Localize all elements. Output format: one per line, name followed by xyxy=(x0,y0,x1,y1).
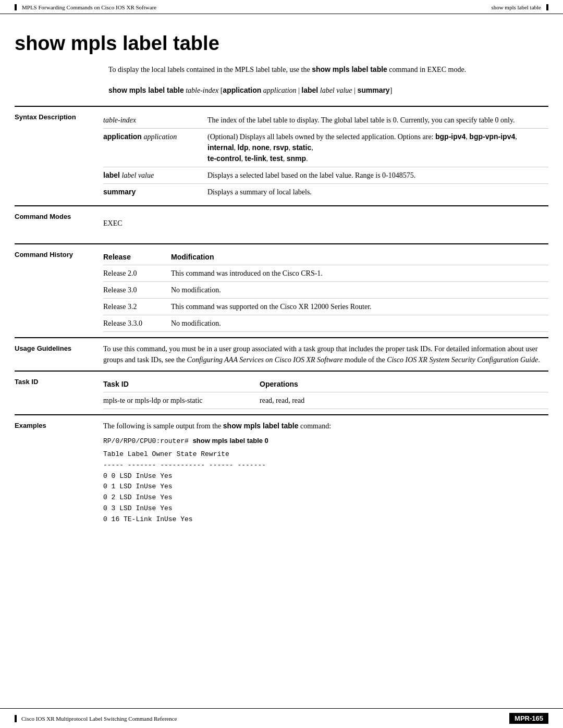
examples-table-divider: ----- ------- ----------- ------ ------- xyxy=(103,460,548,471)
example-row: 0 2 LSD InUse Yes xyxy=(103,492,548,503)
task-col2: Operations xyxy=(260,377,548,392)
syntax-table: table-index The index of the label table… xyxy=(103,112,548,200)
syntax-line: show mpls label table table-index [appli… xyxy=(15,84,548,96)
footer-left: Cisco IOS XR Multiprotocol Label Switchi… xyxy=(0,715,177,722)
task-id-content: Task ID Operations mpls-te or mpls-ldp o… xyxy=(103,377,548,409)
syntax-term-application: application application xyxy=(103,129,207,167)
option-internal: internal xyxy=(207,143,234,152)
syntax-command-bold: show mpls label table xyxy=(108,86,184,94)
header-bar: MPLS Forwarding Commands on Cisco IOS XR… xyxy=(0,0,563,14)
usage-italics-1: Configuring AAA Services on Cisco IOS XR… xyxy=(187,356,343,364)
content-area: To display the local labels contained in… xyxy=(0,64,563,551)
option-snmp: snmp xyxy=(287,154,306,163)
term-table-index: table-index xyxy=(103,116,136,124)
term-summary-bold: summary xyxy=(103,188,136,196)
example-row: 0 0 LSD InUse Yes xyxy=(103,471,548,482)
command-history-section: Command History Release Modification Rel… xyxy=(15,243,548,337)
examples-command-bold: show mpls label table 0 xyxy=(193,437,268,445)
usage-guidelines-section: Usage Guidelines To use this command, yo… xyxy=(15,337,548,371)
syntax-row-application: application application (Optional) Displ… xyxy=(103,129,548,167)
syntax-description-content: table-index The index of the label table… xyxy=(103,112,548,200)
task-header-row: Task ID Operations xyxy=(103,377,548,392)
history-mod: This command was supported on the Cisco … xyxy=(171,299,548,315)
history-row: Release 2.0This command was introduced o… xyxy=(103,265,548,282)
history-row: Release 3.0No modification. xyxy=(103,282,548,299)
footer-left-text: Cisco IOS XR Multiprotocol Label Switchi… xyxy=(21,715,177,722)
page-title: show mpls label table xyxy=(0,14,563,64)
syntax-term-table-index: table-index xyxy=(103,112,207,129)
syntax-term-label: label label value xyxy=(103,167,207,184)
footer-bar-icon xyxy=(15,715,17,722)
header-left-bar-icon xyxy=(15,4,17,10)
header-right-text: show mpls label table xyxy=(491,4,541,10)
examples-content: The following is sample output from the … xyxy=(103,421,548,525)
term-application-bold: application xyxy=(103,132,142,141)
history-header-row: Release Modification xyxy=(103,250,548,265)
history-row: Release 3.2This command was supported on… xyxy=(103,299,548,315)
example-row: 0 16 TE-Link InUse Yes xyxy=(103,514,548,525)
task-id-label: Task ID xyxy=(15,377,103,409)
syntax-desc-application: (Optional) Displays all labels owned by … xyxy=(207,129,548,167)
intro-paragraph: To display the local labels contained in… xyxy=(15,64,548,75)
footer-bar: Cisco IOS XR Multiprotocol Label Switchi… xyxy=(0,708,563,728)
history-release: Release 3.2 xyxy=(103,299,171,315)
history-row: Release 3.3.0No modification. xyxy=(103,315,548,332)
task-col1: Task ID xyxy=(103,377,260,392)
examples-table-header: Table Label Owner State Rewrite xyxy=(103,449,548,460)
task-name: mpls-te or mpls-ldp or mpls-static xyxy=(103,392,260,409)
header-left-text: MPLS Forwarding Commands on Cisco IOS XR… xyxy=(22,4,156,10)
syntax-row-table-index: table-index The index of the label table… xyxy=(103,112,548,129)
syntax-term-summary: summary xyxy=(103,184,207,201)
history-release: Release 3.0 xyxy=(103,282,171,299)
header-right: show mpls label table xyxy=(491,4,548,10)
usage-italics-2: Cisco IOS XR System Security Configurati… xyxy=(387,356,538,364)
page-wrapper: MPLS Forwarding Commands on Cisco IOS XR… xyxy=(0,0,563,728)
option-static: static xyxy=(292,143,312,152)
task-table: Task ID Operations mpls-te or mpls-ldp o… xyxy=(103,377,548,409)
syntax-application-val: application xyxy=(263,87,297,94)
syntax-desc-summary: Displays a summary of local labels. xyxy=(207,184,548,201)
option-none: none xyxy=(252,143,270,152)
usage-guidelines-label: Usage Guidelines xyxy=(15,343,103,365)
term-label-bold: label xyxy=(103,171,120,179)
examples-cmd-ref: show mpls label table xyxy=(223,422,299,430)
history-mod: No modification. xyxy=(171,315,548,332)
examples-intro: The following is sample output from the … xyxy=(103,421,548,431)
syntax-row-summary: summary Displays a summary of local labe… xyxy=(103,184,548,201)
syntax-application-bold: application xyxy=(223,86,261,94)
option-te-control: te-control xyxy=(207,154,241,163)
syntax-summary-bold: summary xyxy=(357,86,389,94)
task-row: mpls-te or mpls-ldp or mpls-staticread, … xyxy=(103,392,548,409)
examples-rows: 0 0 LSD InUse Yes0 1 LSD InUse Yes0 2 LS… xyxy=(103,471,548,525)
history-release: Release 2.0 xyxy=(103,265,171,282)
term-application-italic: application xyxy=(143,133,177,141)
command-modes-section: Command Modes EXEC xyxy=(15,205,548,243)
task-id-section: Task ID Task ID Operations mpls-te or mp… xyxy=(15,371,548,414)
term-label-italic: label value xyxy=(121,171,154,179)
header-left: MPLS Forwarding Commands on Cisco IOS XR… xyxy=(15,4,156,10)
usage-guidelines-content: To use this command, you must be in a us… xyxy=(103,343,548,365)
history-mod: No modification. xyxy=(171,282,548,299)
option-rsvp: rsvp xyxy=(273,143,289,152)
option-te-link: te-link xyxy=(245,154,266,163)
option-bgp-vpn: bgp-vpn-ipv4 xyxy=(469,132,515,141)
command-history-content: Release Modification Release 2.0This com… xyxy=(103,250,548,332)
command-modes-content: EXEC xyxy=(103,212,548,238)
history-table: Release Modification Release 2.0This com… xyxy=(103,250,548,332)
option-bgp-ipv4: bgp-ipv4 xyxy=(435,132,466,141)
syntax-description-label: Syntax Description xyxy=(15,112,103,200)
header-right-bar-icon xyxy=(546,4,548,10)
footer-right: MPR-165 xyxy=(509,713,563,724)
command-history-label: Command History xyxy=(15,250,103,332)
option-ldp: ldp xyxy=(238,143,249,152)
example-row: 0 3 LSD InUse Yes xyxy=(103,503,548,514)
syntax-row-label: label label value Displays a selected la… xyxy=(103,167,548,184)
example-row: 0 1 LSD InUse Yes xyxy=(103,482,548,492)
command-modes-label: Command Modes xyxy=(15,212,103,238)
syntax-label-val: label value xyxy=(320,87,352,94)
history-mod: This command was introduced on the Cisco… xyxy=(171,265,548,282)
syntax-desc-label: Displays a selected label based on the l… xyxy=(207,167,548,184)
syntax-label-bold: label xyxy=(301,86,318,94)
intro-bold-command: show mpls label table xyxy=(312,65,387,73)
examples-prompt: RP/0/RP0/CPU0:router# show mpls label ta… xyxy=(103,436,548,447)
